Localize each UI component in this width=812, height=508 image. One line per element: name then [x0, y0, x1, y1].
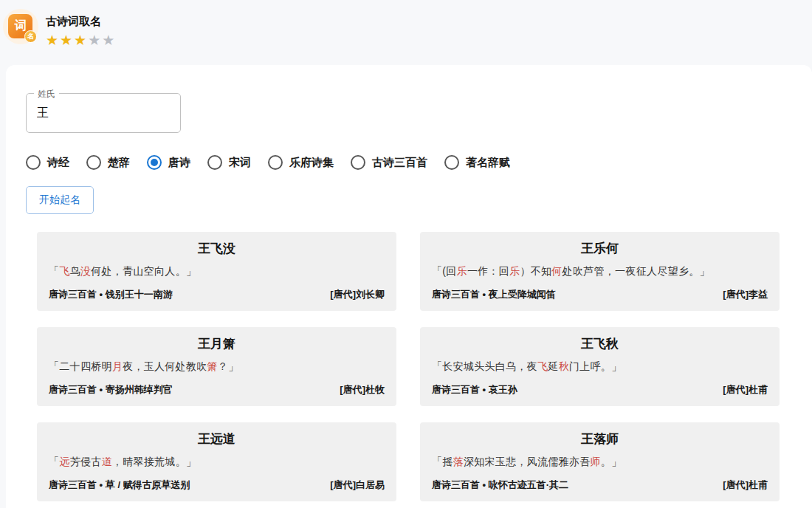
- star-icon: ★: [102, 32, 114, 48]
- quote-text: 门上呼。」: [569, 360, 622, 372]
- card-name: 王月箫: [49, 335, 385, 352]
- radio-unselected-icon[interactable]: [444, 155, 459, 170]
- quote-highlight-char: 月: [112, 360, 123, 372]
- card-source: 唐诗三百首 • 草 / 赋得古原草送别: [49, 478, 190, 492]
- quote-text: ）不知: [520, 265, 551, 277]
- star-icon: ★: [74, 32, 86, 48]
- category-radio-label: 楚辞: [108, 156, 130, 170]
- result-card[interactable]: 王远道 「远芳侵古道，晴翠接荒城。」 唐诗三百首 • 草 / 赋得古原草送别 […: [37, 422, 396, 501]
- result-card[interactable]: 王飞秋 「长安城头头白乌，夜飞延秋门上呼。」 唐诗三百首 • 哀王孙 [唐代]杜…: [420, 327, 780, 406]
- quote-text: 何处，青山空向人。」: [91, 265, 196, 277]
- card-source: 唐诗三百首 • 寄扬州韩绰判官: [49, 383, 173, 397]
- radio-selected-icon[interactable]: [147, 155, 162, 170]
- card-author: [唐代]刘长卿: [330, 288, 385, 301]
- quote-highlight-char: 远: [59, 456, 69, 467]
- radio-unselected-icon[interactable]: [26, 155, 41, 170]
- card-source: 唐诗三百首 • 哀王孙: [432, 383, 517, 397]
- card-source: 唐诗三百首 • 夜上受降城闻笛: [432, 288, 556, 301]
- card-author: [唐代]杜甫: [723, 383, 768, 397]
- card-name: 王飞没: [49, 240, 385, 257]
- radio-unselected-icon[interactable]: [351, 155, 365, 170]
- quote-text: 「: [49, 456, 59, 467]
- rating-stars: ★★★★★: [46, 33, 116, 47]
- quote-highlight-char: 箫: [207, 360, 218, 372]
- card-author: [唐代]白居易: [330, 478, 385, 492]
- quote-text: ，晴翠接荒城。」: [112, 456, 196, 467]
- quote-highlight-char: 乐: [457, 265, 467, 277]
- surname-field[interactable]: 姓氏: [26, 93, 181, 133]
- quote-highlight-char: 师: [591, 456, 601, 467]
- quote-highlight-char: 飞: [59, 265, 69, 277]
- quote-text: 深知宋玉悲，风流儒雅亦吾: [464, 456, 591, 467]
- radio-unselected-icon[interactable]: [207, 155, 222, 170]
- star-icon: ★: [46, 32, 58, 48]
- star-icon: ★: [60, 32, 72, 48]
- quote-highlight-char: 飞: [537, 360, 548, 372]
- card-quote: 「飞鸟没何处，青山空向人。」: [49, 265, 385, 278]
- quote-highlight-char: 落: [453, 456, 464, 467]
- radio-unselected-icon[interactable]: [268, 155, 283, 170]
- card-author: [唐代]杜甫: [723, 478, 768, 492]
- quote-text: 夜，玉人何处教吹: [123, 360, 207, 372]
- quote-highlight-char: 秋: [559, 360, 569, 372]
- quote-text: 「长安城头头白乌，夜: [432, 360, 537, 372]
- result-card[interactable]: 王月箫 「二十四桥明月夜，玉人何处教吹箫？」 唐诗三百首 • 寄扬州韩绰判官 […: [37, 327, 396, 406]
- category-radio-乐府诗集[interactable]: 乐府诗集: [268, 155, 334, 170]
- app-header: 词 名 古诗词取名 ★★★★★: [0, 0, 812, 65]
- card-source: 唐诗三百首 • 饯别王十一南游: [49, 288, 173, 301]
- card-quote: 「摇落深知宋玉悲，风流儒雅亦吾师。」: [432, 456, 768, 469]
- card-author: [唐代]杜牧: [340, 383, 385, 397]
- quote-text: 。」: [601, 456, 622, 467]
- quote-text: 「(回: [432, 265, 457, 277]
- card-name: 王乐何: [432, 240, 768, 257]
- quote-text: 鸟: [70, 265, 80, 277]
- result-card[interactable]: 王落师 「摇落深知宋玉悲，风流儒雅亦吾师。」 唐诗三百首 • 咏怀古迹五首·其二…: [420, 422, 780, 501]
- start-naming-button[interactable]: 开始起名: [26, 186, 94, 214]
- card-quote: 「二十四桥明月夜，玉人何处教吹箫？」: [49, 360, 385, 374]
- form-area: 姓氏 诗经楚辞唐诗宋词乐府诗集古诗三百首著名辞赋 开始起名: [6, 93, 812, 214]
- card-quote: 「长安城头头白乌，夜飞延秋门上呼。」: [432, 360, 768, 374]
- quote-text: 「摇: [432, 456, 453, 467]
- result-card[interactable]: 王乐何 「(回乐一作：回乐）不知何处吹芦管，一夜征人尽望乡。」 唐诗三百首 • …: [420, 232, 780, 311]
- quote-text: 「二十四桥明: [49, 360, 112, 372]
- quote-text: 延: [548, 360, 558, 372]
- category-radio-古诗三百首[interactable]: 古诗三百首: [351, 155, 427, 170]
- category-radio-宋词[interactable]: 宋词: [207, 155, 251, 170]
- card-name: 王远道: [49, 430, 385, 447]
- quote-text: 一作：回: [467, 265, 509, 277]
- card-author: [唐代]李益: [723, 288, 768, 301]
- surname-field-label: 姓氏: [34, 88, 59, 100]
- category-radio-label: 宋词: [229, 156, 251, 170]
- quote-highlight-char: 何: [551, 265, 562, 277]
- quote-text: 芳侵古: [70, 456, 102, 467]
- card-quote: 「(回乐一作：回乐）不知何处吹芦管，一夜征人尽望乡。」: [432, 265, 768, 278]
- result-card[interactable]: 王飞没 「飞鸟没何处，青山空向人。」 唐诗三百首 • 饯别王十一南游 [唐代]刘…: [37, 232, 396, 311]
- category-radio-label: 唐诗: [168, 156, 190, 170]
- page-title: 古诗词取名: [46, 15, 116, 29]
- quote-text: ？」: [218, 360, 239, 372]
- category-radio-label: 乐府诗集: [289, 156, 334, 170]
- category-radio-诗经[interactable]: 诗经: [26, 155, 69, 170]
- quote-text: 处吹芦管，一夜征人尽望乡。」: [562, 265, 710, 277]
- card-source: 唐诗三百首 • 咏怀古迹五首·其二: [432, 478, 568, 492]
- category-radio-label: 著名辞赋: [466, 156, 510, 170]
- category-radio-label: 诗经: [47, 156, 69, 170]
- quote-highlight-char: 没: [80, 265, 91, 277]
- category-radio-唐诗[interactable]: 唐诗: [147, 155, 190, 170]
- quote-highlight-char: 乐: [509, 265, 520, 277]
- category-radio-著名辞赋[interactable]: 著名辞赋: [444, 155, 510, 170]
- card-name: 王落师: [432, 430, 768, 447]
- radio-unselected-icon[interactable]: [86, 155, 101, 170]
- category-radio-label: 古诗三百首: [372, 156, 427, 170]
- quote-text: 「: [49, 265, 59, 277]
- logo-badge-glyph: 名: [24, 30, 37, 43]
- quote-highlight-char: 道: [102, 456, 112, 467]
- results-grid: 王飞没 「飞鸟没何处，青山空向人。」 唐诗三百首 • 饯别王十一南游 [唐代]刘…: [37, 232, 780, 501]
- card-quote: 「远芳侵古道，晴翠接荒城。」: [49, 456, 385, 469]
- main-panel: 姓氏 诗经楚辞唐诗宋词乐府诗集古诗三百首著名辞赋 开始起名 王飞没 「飞鸟没何处…: [6, 65, 812, 508]
- card-name: 王飞秋: [432, 335, 768, 352]
- app-logo-icon: 词 名: [3, 9, 38, 44]
- star-icon: ★: [88, 32, 100, 48]
- category-radio-楚辞[interactable]: 楚辞: [86, 155, 130, 170]
- category-radio-group: 诗经楚辞唐诗宋词乐府诗集古诗三百首著名辞赋: [26, 154, 792, 171]
